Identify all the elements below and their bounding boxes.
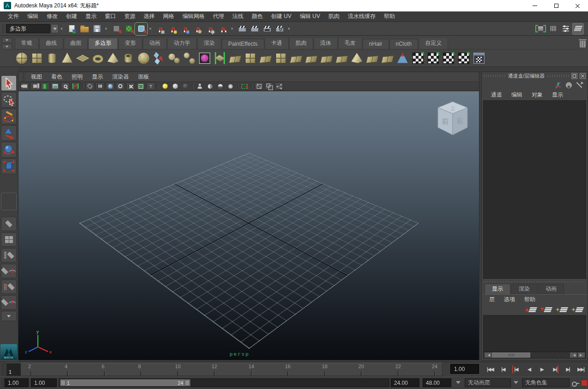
hyperbolic-arrow-icon[interactable] [576, 82, 582, 88]
make-live-icon[interactable] [217, 23, 229, 35]
shelf-tab[interactable]: 自定义 [418, 38, 448, 49]
snap-to-view-plane-icon[interactable] [205, 23, 216, 35]
channel-box-menu-item[interactable]: 编辑 [507, 91, 527, 99]
offset-edge-loop-icon[interactable] [334, 50, 349, 67]
layer-editor-menu-item[interactable]: 帮助 [520, 296, 540, 304]
open-scene-icon[interactable] [79, 23, 90, 35]
bookmark-icon[interactable] [41, 82, 49, 90]
layer-list-scrollbar[interactable] [484, 352, 586, 358]
camera-attributes-icon[interactable] [30, 82, 39, 90]
hypershade-persp-layout-button[interactable] [1, 280, 17, 294]
character-set-field[interactable]: 无角色集 [522, 378, 570, 387]
panel-menu-item[interactable]: 照明 [67, 73, 87, 81]
xray-joints-icon[interactable] [275, 82, 284, 90]
menu-item[interactable]: 颜色 [248, 12, 267, 20]
status-line-divider[interactable] [230, 23, 235, 34]
flat-lighting-icon[interactable] [171, 82, 180, 90]
outliner-persp-layout-button[interactable] [1, 248, 17, 262]
layer-editor-tab[interactable]: 渲染 [511, 284, 537, 294]
render-current-frame-icon[interactable] [249, 23, 261, 35]
status-line-divider[interactable] [60, 23, 65, 34]
textured-icon[interactable] [106, 82, 115, 90]
shelf-tab[interactable]: 曲面 [64, 38, 88, 49]
current-frame-marker[interactable]: 1 [6, 363, 21, 376]
channel-box-menu-item[interactable]: 显示 [547, 91, 568, 99]
target-weld-icon[interactable] [395, 50, 410, 67]
menu-item[interactable]: 创建 [62, 12, 81, 20]
move-layer-down-icon[interactable] [540, 307, 552, 312]
anim-layer-dropdown-arrow[interactable] [456, 381, 461, 386]
fill-hole-icon[interactable] [273, 50, 288, 67]
animation-end-field[interactable]: 48.00 [423, 378, 451, 387]
shelf-tab[interactable]: 曲线 [39, 38, 63, 49]
poly-cone-icon[interactable] [60, 50, 75, 67]
grease-pencil-icon[interactable] [71, 82, 80, 90]
separate-icon[interactable] [182, 50, 197, 67]
snap-to-point-icon[interactable] [180, 23, 191, 35]
textured-text-icon[interactable]: T [146, 82, 155, 90]
go-to-start-button[interactable]: |◀◀ [484, 365, 496, 374]
tool-settings-toggle-icon[interactable] [560, 23, 571, 35]
image-plane-icon[interactable] [51, 82, 60, 90]
menu-item[interactable]: 创建 UV [267, 12, 296, 20]
rotate-tool-button[interactable] [1, 142, 17, 158]
poly-platonic-icon[interactable] [136, 50, 151, 67]
channel-box-menu-item[interactable]: 通道 [486, 91, 507, 99]
extrude-icon[interactable] [227, 50, 242, 67]
poly-pyramid-icon[interactable] [105, 50, 121, 67]
panel-menu-grip[interactable] [22, 72, 25, 82]
menu-item[interactable]: 编辑 [23, 12, 42, 20]
trash-icon[interactable] [580, 41, 586, 48]
float-panel-button[interactable] [571, 73, 577, 79]
quad-draw-tool-icon[interactable] [151, 50, 166, 67]
time-slider-grip[interactable] [1, 364, 5, 376]
xray-active-components-icon[interactable] [265, 82, 273, 90]
poly-torus-icon[interactable] [90, 50, 105, 67]
playback-start-field[interactable]: 1.00 [31, 378, 57, 387]
animation-start-field[interactable]: 1.00 [5, 378, 29, 387]
shelf-tab[interactable]: 动画 [143, 38, 167, 49]
status-line-divider[interactable] [148, 23, 153, 34]
motion-blur-icon[interactable] [226, 82, 235, 90]
playback-end-field[interactable]: 24.00 [391, 378, 419, 387]
menu-item[interactable]: 代理 [209, 12, 228, 20]
persp-outliner-graph-layout-button[interactable] [1, 295, 17, 310]
ao-dome-icon[interactable] [216, 82, 224, 90]
new-empty-layer-icon[interactable] [556, 307, 567, 312]
four-pane-layout-button[interactable] [1, 232, 17, 247]
poly-cylinder-icon[interactable] [44, 50, 60, 67]
shelf-tab-menu-button[interactable] [2, 37, 12, 43]
panel-drag-handle[interactable] [484, 75, 505, 77]
current-time-field[interactable]: 1.00 [450, 364, 479, 374]
multi-cut-tool-icon[interactable] [303, 50, 319, 67]
object-details-toggle-icon[interactable] [535, 23, 546, 35]
menu-item[interactable]: 窗口 [101, 12, 120, 20]
isolate-select-icon[interactable] [240, 82, 249, 90]
manipulator-icon[interactable] [555, 82, 561, 88]
shelf-tab[interactable]: 变形 [118, 38, 142, 49]
close-button[interactable] [567, 0, 588, 11]
go-to-end-button[interactable]: ▶▶| [575, 365, 587, 374]
menu-item[interactable]: 修改 [42, 12, 62, 20]
poly-sphere-icon[interactable] [14, 50, 29, 67]
play-backwards-button[interactable]: ◀ [523, 365, 535, 374]
vertex-color-icon[interactable] [136, 82, 145, 90]
step-forward-frame-button[interactable]: ▶| [562, 365, 574, 374]
scroll-left-button[interactable] [485, 353, 491, 358]
paint-select-tool-button[interactable] [1, 109, 17, 124]
append-polygon-icon[interactable] [288, 50, 303, 67]
panel-menu-item[interactable]: 显示 [87, 73, 108, 81]
layer-list[interactable] [483, 315, 586, 359]
menu-set-dropdown-arrow[interactable] [51, 24, 59, 33]
menu-item[interactable]: 网格 [159, 12, 178, 20]
spherical-mapping-icon[interactable] [441, 50, 456, 67]
render-settings-icon[interactable] [274, 23, 285, 35]
persp-graph-layout-button[interactable] [1, 264, 17, 278]
select-hierarchy-icon[interactable] [110, 23, 122, 35]
menu-item[interactable]: 选择 [139, 12, 159, 20]
play-forwards-button[interactable]: ▶ [536, 365, 548, 374]
shelf-menu-button[interactable] [2, 44, 12, 49]
select-camera-icon[interactable] [20, 82, 29, 90]
bevel-icon[interactable] [242, 50, 258, 67]
shelf-tab[interactable]: nCloth [389, 39, 418, 49]
